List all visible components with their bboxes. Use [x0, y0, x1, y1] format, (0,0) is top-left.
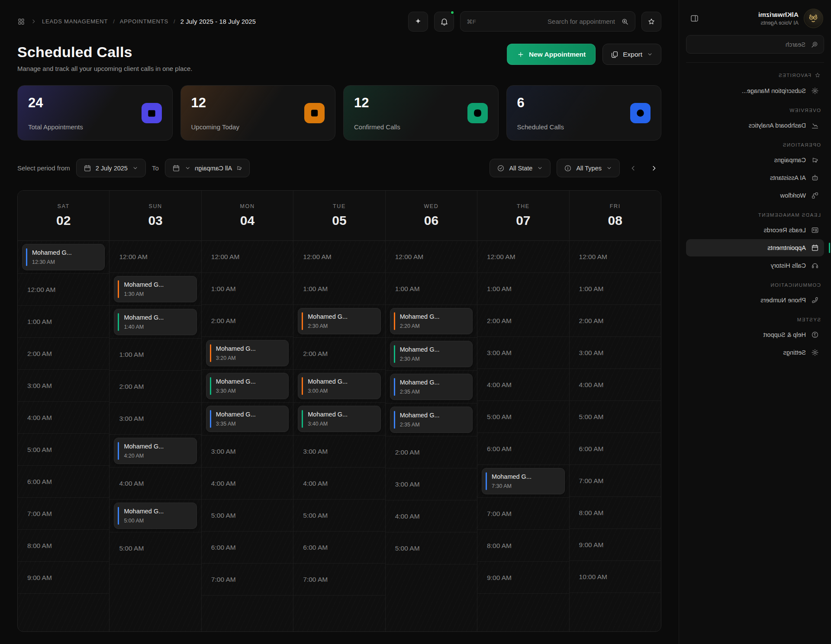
time-slot: 12:00 AM: [293, 241, 385, 273]
appointment-card[interactable]: Mohamed G...12:30 AM: [22, 244, 105, 270]
sidebar-item-help-support[interactable]: Help & Support: [686, 326, 824, 343]
time-slot: 1:00 AM: [18, 306, 109, 338]
appointment-title: Mohamed G...: [308, 411, 375, 418]
apps-grid-icon[interactable]: [17, 18, 25, 26]
sidebar-item-subscription-manage[interactable]: Subscription Manage...: [686, 82, 824, 99]
appointment-card[interactable]: Mohamed G...3:00 AM: [298, 373, 380, 399]
stat-label: Upcoming Today: [191, 123, 239, 131]
sidebar-item-label: Calls History: [771, 262, 806, 269]
sidebar-item-settings[interactable]: Settings: [686, 344, 824, 361]
time-slot: 1:00 AM: [293, 273, 385, 305]
bell-icon: [440, 17, 449, 26]
state-filter[interactable]: All State: [490, 159, 551, 177]
day-number: 07: [516, 213, 530, 228]
appointment-card[interactable]: Mohamed G...2:20 AM: [390, 308, 473, 334]
sidebar-search-input[interactable]: [692, 41, 806, 48]
appointment-card[interactable]: Mohamed G...2:35 AM: [390, 407, 473, 433]
event-row: Mohamed G...2:30 AM: [386, 338, 477, 371]
quick-action-button[interactable]: [408, 12, 428, 32]
favorite-button[interactable]: [641, 12, 661, 32]
sidebar-item-calls-history[interactable]: Calls History: [686, 257, 824, 274]
appointment-card[interactable]: Mohamed G...3:20 AM: [206, 340, 289, 366]
sidebar-item-ai-assistants[interactable]: AI Assistants: [686, 169, 824, 186]
prev-week-button[interactable]: [626, 161, 641, 176]
appointment-card[interactable]: Mohamed G...2:30 AM: [298, 308, 380, 334]
day-items: 12:00 AM1:00 AM2:00 AM3:00 AM4:00 AM5:00…: [477, 241, 569, 631]
appointment-card[interactable]: Mohamed G...2:35 AM: [390, 374, 473, 400]
day-name: SAT: [58, 203, 70, 209]
time-slot: 5:00 AM: [202, 500, 293, 532]
sidebar-item-workflow[interactable]: Workflow: [686, 187, 824, 204]
sidebar-item-dashboard-analytics[interactable]: Dashboard Analytics: [686, 117, 824, 134]
notifications-button[interactable]: [434, 12, 454, 32]
chevron-right-icon: [30, 18, 37, 25]
stat-label: Scheduled Calls: [517, 123, 564, 131]
sidebar-item-phone-numbers[interactable]: Phone Numbers: [686, 292, 824, 309]
export-button[interactable]: Export: [602, 44, 661, 65]
time-slot: 6:00 AM: [293, 532, 385, 564]
top-bar: LEADS MANAGEMENT / APPOINTMENTS / 2 July…: [0, 0, 679, 39]
appointment-card[interactable]: Mohamed G...3:30 AM: [206, 373, 289, 399]
appointment-title: Mohamed G...: [400, 346, 467, 353]
appointment-card[interactable]: Mohamed G...4:20 AM: [114, 438, 196, 464]
appointment-searchbar[interactable]: ⌘F: [460, 11, 635, 32]
from-date-select[interactable]: 2 July 2025: [76, 159, 146, 177]
workspace-text: AlKhwarizmi AI Voice Agents: [708, 11, 799, 26]
appointment-card[interactable]: Mohamed G...2:30 AM: [390, 341, 473, 367]
appointment-time: 2:20 AM: [400, 323, 467, 329]
event-row: Mohamed G...5:00 AM: [110, 500, 201, 532]
event-row: Mohamed G...2:20 AM: [386, 305, 477, 338]
appointment-card[interactable]: Mohamed G...1:40 AM: [114, 309, 196, 335]
next-week-button[interactable]: [647, 161, 661, 176]
check-badge-icon: [467, 103, 488, 123]
stat-value: 6: [517, 95, 564, 111]
appointment-time: 3:20 AM: [216, 355, 283, 361]
stat-text: 12Upcoming Today: [191, 95, 239, 131]
time-slot: 9:00 AM: [18, 562, 109, 594]
sidebar-item-campaigns[interactable]: Campaigns: [686, 151, 824, 169]
sidebar-item-leads-records[interactable]: Leads Records: [686, 221, 824, 239]
help-icon: [811, 331, 819, 339]
stat-text: 12Confirmed Calls: [354, 95, 400, 131]
sidebar-section-system: SYSTEM: [685, 309, 825, 326]
breadcrumb-item-leads-management[interactable]: LEADS MANAGEMENT: [42, 18, 108, 25]
star-icon: [815, 72, 821, 78]
workspace-avatar[interactable]: [804, 9, 823, 28]
day-column-tue: TUE0512:00 AM1:00 AMMohamed G...2:30 AM2…: [293, 191, 385, 631]
event-row: Mohamed G...4:20 AM: [110, 435, 201, 468]
stat-text: 24Total Appointments: [28, 95, 83, 131]
breadcrumb-item-appointments[interactable]: APPOINTMENTS: [120, 18, 168, 25]
time-slot: 5:00 AM: [477, 401, 569, 433]
appointment-title: Mohamed G...: [216, 411, 283, 418]
chart-icon: [811, 122, 819, 129]
stats-row: 24Total Appointments12Upcoming Today12Co…: [0, 72, 679, 141]
appointment-card[interactable]: Mohamed G...1:30 AM: [114, 276, 196, 302]
new-appointment-button[interactable]: New Appointment: [507, 44, 596, 65]
search-zoom-icon[interactable]: [621, 18, 629, 26]
day-header: WED06: [386, 191, 477, 241]
search-input[interactable]: [481, 17, 616, 26]
event-row: Mohamed G...3:00 AM: [293, 370, 385, 403]
appointment-card[interactable]: Mohamed G...3:40 AM: [298, 406, 380, 432]
types-filter[interactable]: All Types: [557, 159, 620, 177]
day-number: 05: [332, 213, 346, 228]
sidebar-section-favorites: FAVORITES: [685, 64, 825, 82]
appointment-card[interactable]: Mohamed G...5:00 AM: [114, 503, 196, 529]
sidebar-collapse-button[interactable]: [687, 11, 702, 26]
panel-icon: [690, 14, 699, 23]
appointment-card[interactable]: Mohamed G...7:30 AM: [482, 468, 564, 494]
appointment-title: Mohamed G...: [308, 313, 375, 320]
sidebar-item-appointments[interactable]: Appointments: [686, 239, 824, 256]
day-items: 12:00 AM1:00 AM2:00 AM3:00 AM4:00 AM5:00…: [570, 241, 661, 631]
time-slot: 9:00 AM: [570, 529, 661, 561]
to-date-campaign-select[interactable]: All Campaign: [165, 159, 250, 177]
appointment-time: 2:35 AM: [400, 389, 467, 395]
headset-icon: [811, 262, 819, 269]
time-slot: 6:00 AM: [477, 433, 569, 465]
appointment-card[interactable]: Mohamed G...3:35 AM: [206, 406, 289, 432]
sidebar-search[interactable]: [686, 35, 824, 54]
mirrored-campaign-select: All Campaign: [184, 165, 242, 172]
time-slot: 7:00 AM: [293, 564, 385, 596]
event-row: Mohamed G...3:40 AM: [293, 403, 385, 436]
appointment-title: Mohamed G...: [308, 378, 375, 385]
